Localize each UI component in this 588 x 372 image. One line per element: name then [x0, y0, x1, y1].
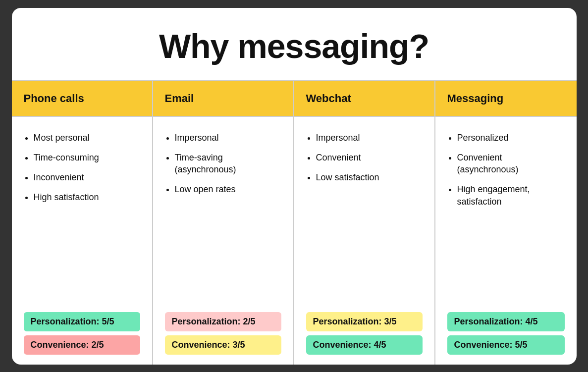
table: Phone callsEmailWebchatMessaging Most pe…: [12, 80, 577, 365]
header-cell-3: Messaging: [435, 81, 577, 116]
bullet-item-1-2: Low open rates: [175, 183, 281, 195]
scores-3: Personalization: 4/5Convenience: 5/5: [447, 312, 565, 355]
bullet-item-3-1: Convenient (asynchronous): [457, 152, 565, 176]
header-cell-1: Email: [153, 81, 294, 116]
table-header: Phone callsEmailWebchatMessaging: [12, 81, 577, 117]
bullet-item-3-0: Personalized: [457, 132, 565, 144]
bullet-item-0-0: Most personal: [34, 132, 140, 144]
body-cell-0: Most personalTime-consumingInconvenientH…: [12, 117, 153, 365]
score-badge-1-1: Convenience: 3/5: [165, 335, 281, 355]
score-badge-0-1: Convenience: 2/5: [24, 335, 140, 355]
body-cell-2: ImpersonalConvenientLow satisfactionPers…: [294, 117, 435, 365]
bullet-list-1: ImpersonalTime-saving (asynchronous)Low …: [165, 132, 281, 298]
bullet-list-3: PersonalizedConvenient (asynchronous)Hig…: [447, 132, 565, 298]
score-badge-1-0: Personalization: 2/5: [165, 312, 281, 331]
body-cell-3: PersonalizedConvenient (asynchronous)Hig…: [435, 117, 577, 365]
bullet-item-0-1: Time-consuming: [34, 152, 140, 163]
score-badge-3-0: Personalization: 4/5: [447, 312, 565, 331]
header-cell-0: Phone calls: [12, 81, 153, 116]
bullet-item-3-2: High engagement, satisfaction: [457, 183, 565, 208]
scores-1: Personalization: 2/5Convenience: 3/5: [165, 312, 281, 355]
bullet-list-2: ImpersonalConvenientLow satisfaction: [306, 132, 423, 298]
body-cell-1: ImpersonalTime-saving (asynchronous)Low …: [153, 117, 294, 365]
bullet-item-2-0: Impersonal: [316, 132, 423, 144]
bullet-item-0-2: Inconvenient: [34, 171, 140, 183]
bullet-list-0: Most personalTime-consumingInconvenientH…: [24, 132, 140, 298]
table-body: Most personalTime-consumingInconvenientH…: [12, 117, 577, 365]
score-badge-0-0: Personalization: 5/5: [24, 312, 140, 331]
scores-2: Personalization: 3/5Convenience: 4/5: [306, 312, 423, 355]
scores-0: Personalization: 5/5Convenience: 2/5: [24, 312, 140, 355]
score-badge-2-0: Personalization: 3/5: [306, 312, 423, 331]
header-cell-2: Webchat: [294, 81, 435, 116]
bullet-item-2-1: Convenient: [316, 152, 423, 163]
bullet-item-0-3: High satisfaction: [34, 191, 140, 203]
bullet-item-1-1: Time-saving (asynchronous): [175, 152, 281, 176]
slide: Why messaging? Phone callsEmailWebchatMe…: [12, 8, 577, 365]
bullet-item-2-2: Low satisfaction: [316, 171, 423, 183]
bullet-item-1-0: Impersonal: [175, 132, 281, 144]
slide-title: Why messaging?: [12, 8, 577, 80]
score-badge-3-1: Convenience: 5/5: [447, 335, 565, 355]
score-badge-2-1: Convenience: 4/5: [306, 335, 423, 355]
